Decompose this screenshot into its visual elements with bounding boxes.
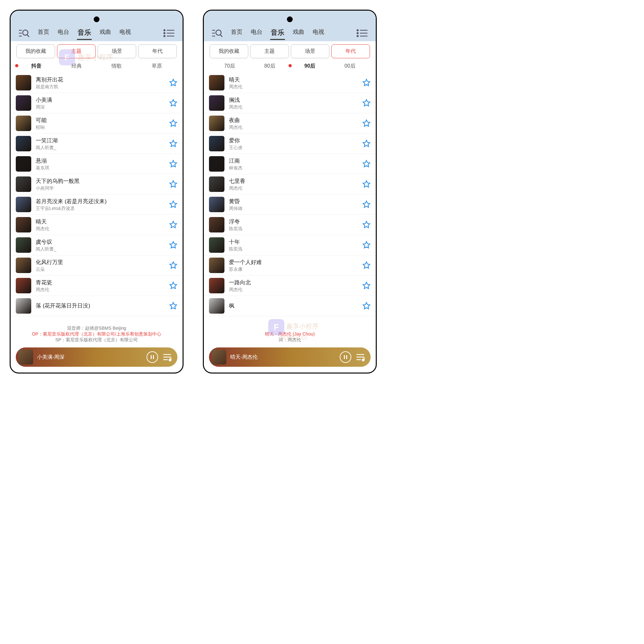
song-row[interactable]: 晴天周杰伦 — [11, 215, 183, 235]
favorite-star-icon[interactable] — [169, 99, 177, 107]
song-row[interactable]: 黄昏周传雄 — [204, 194, 376, 215]
song-row[interactable]: 悬溺葛东琪 — [11, 154, 183, 174]
favorite-star-icon[interactable] — [362, 241, 371, 249]
song-row[interactable]: 枫 — [204, 296, 376, 316]
pause-button[interactable] — [147, 351, 158, 363]
favorite-star-icon[interactable] — [362, 261, 371, 270]
favorite-star-icon[interactable] — [169, 79, 177, 87]
filter-scene[interactable]: 场景 — [291, 44, 329, 58]
song-row[interactable]: 青花瓷周杰伦 — [11, 276, 183, 296]
tab-opera[interactable]: 戏曲 — [292, 26, 305, 40]
favorite-star-icon[interactable] — [169, 160, 177, 168]
song-title: 落 (花开花落日升日没) — [36, 302, 169, 309]
tab-music[interactable]: 音乐 — [77, 26, 92, 40]
cat-douyin[interactable]: 抖音 — [16, 63, 57, 70]
credits: 混音师：赵靖@SBMS Beijing OP：索尼音乐版权代理（北京）有限公司/… — [11, 324, 183, 344]
favorite-star-icon[interactable] — [169, 119, 177, 128]
cat-80s[interactable]: 80后 — [250, 63, 290, 70]
search-icon[interactable] — [17, 27, 31, 39]
search-icon[interactable] — [210, 27, 224, 39]
cat-classic[interactable]: 经典 — [57, 63, 97, 70]
song-info: 小美满周深 — [36, 96, 169, 110]
nav-tabs: 首页 电台 音乐 戏曲 电视 — [230, 26, 354, 40]
song-row[interactable]: 化风行万里云朵 — [11, 255, 183, 276]
favorite-star-icon[interactable] — [169, 221, 177, 229]
player-bar[interactable]: 小美满-周深 — [16, 347, 177, 367]
filter-favorites[interactable]: 我的收藏 — [210, 44, 248, 58]
filter-scene[interactable]: 场景 — [98, 44, 136, 58]
cat-love[interactable]: 情歌 — [97, 63, 137, 70]
cat-00s[interactable]: 00后 — [330, 63, 370, 70]
song-thumbnail — [209, 75, 224, 90]
filter-theme[interactable]: 主题 — [250, 44, 289, 58]
favorite-star-icon[interactable] — [169, 241, 177, 249]
favorite-star-icon[interactable] — [362, 200, 371, 209]
player-thumbnail[interactable] — [18, 350, 33, 365]
favorite-star-icon[interactable] — [169, 302, 177, 310]
tab-tv[interactable]: 电视 — [312, 26, 325, 40]
song-row[interactable]: 落 (花开花落日升日没) — [11, 296, 183, 316]
player-bar[interactable]: 晴天-周杰伦 — [209, 347, 371, 367]
tab-home[interactable]: 首页 — [230, 26, 243, 40]
song-row[interactable]: 江南林俊杰 — [204, 154, 376, 174]
cat-grassland[interactable]: 草原 — [137, 63, 177, 70]
song-row[interactable]: 虞兮叹闻人听書_ — [11, 235, 183, 255]
song-row[interactable]: 若月亮没来 (若是月亮还没来)王宇宙Leto&乔浚丞 — [11, 194, 183, 215]
song-row[interactable]: 爱一个人好难苏永康 — [204, 255, 376, 276]
pause-button[interactable] — [340, 351, 351, 363]
favorite-star-icon[interactable] — [362, 221, 371, 229]
tab-radio[interactable]: 电台 — [250, 26, 263, 40]
song-row[interactable]: 十年陈奕迅 — [204, 235, 376, 255]
song-row[interactable]: 夜曲周杰伦 — [204, 113, 376, 134]
song-row[interactable]: 离别开出花就是南方凯 — [11, 73, 183, 93]
song-row[interactable]: 一笑江湖闻人听書_ — [11, 134, 183, 154]
song-row[interactable]: 天下的乌鸦一般黑小炎同学 — [11, 174, 183, 194]
queue-icon[interactable] — [162, 352, 172, 362]
favorite-star-icon[interactable] — [169, 180, 177, 188]
favorite-star-icon[interactable] — [362, 302, 371, 310]
menu-icon[interactable] — [162, 27, 176, 39]
cat-90s[interactable]: 90后 — [290, 63, 330, 70]
queue-icon[interactable] — [355, 352, 365, 362]
filter-theme[interactable]: 主题 — [57, 44, 96, 58]
filter-row: 我的收藏 主题 场景 年代 — [11, 41, 183, 60]
tab-home[interactable]: 首页 — [37, 26, 50, 40]
filter-favorites[interactable]: 我的收藏 — [16, 44, 55, 58]
favorite-star-icon[interactable] — [362, 79, 371, 87]
song-row[interactable]: 浮夸陈奕迅 — [204, 215, 376, 235]
song-row[interactable]: 七里香周杰伦 — [204, 174, 376, 194]
player-thumbnail[interactable] — [212, 350, 226, 365]
song-info: 爱一个人好难苏永康 — [229, 259, 362, 272]
favorite-star-icon[interactable] — [362, 281, 371, 290]
favorite-star-icon[interactable] — [362, 119, 371, 128]
song-title: 浮夸 — [229, 218, 362, 225]
tab-tv[interactable]: 电视 — [119, 26, 132, 40]
song-info: 江南林俊杰 — [229, 157, 362, 171]
favorite-star-icon[interactable] — [169, 200, 177, 209]
song-title: 枫 — [229, 302, 362, 309]
menu-icon[interactable] — [355, 27, 369, 39]
filter-era[interactable]: 年代 — [138, 44, 177, 58]
song-row[interactable]: 搁浅周杰伦 — [204, 93, 376, 113]
song-list[interactable]: 晴天周杰伦搁浅周杰伦夜曲周杰伦爱你王心凌江南林俊杰七里香周杰伦黄昏周传雄浮夸陈奕… — [204, 73, 376, 330]
song-info: 青花瓷周杰伦 — [36, 279, 169, 293]
favorite-star-icon[interactable] — [362, 99, 371, 107]
tab-opera[interactable]: 戏曲 — [99, 26, 112, 40]
favorite-star-icon[interactable] — [169, 281, 177, 290]
cat-70s[interactable]: 70后 — [210, 63, 250, 70]
song-list[interactable]: 离别开出花就是南方凯小美满周深可能程响一笑江湖闻人听書_悬溺葛东琪天下的乌鸦一般… — [11, 73, 183, 324]
favorite-star-icon[interactable] — [362, 180, 371, 188]
filter-era[interactable]: 年代 — [331, 44, 370, 58]
song-row[interactable]: 一路向北周杰伦 — [204, 276, 376, 296]
favorite-star-icon[interactable] — [362, 160, 371, 168]
tab-radio[interactable]: 电台 — [57, 26, 70, 40]
favorite-star-icon[interactable] — [362, 139, 371, 148]
favorite-star-icon[interactable] — [169, 261, 177, 270]
song-row[interactable]: 小美满周深 — [11, 93, 183, 113]
song-row[interactable]: 晴天周杰伦 — [204, 73, 376, 93]
favorite-star-icon[interactable] — [169, 139, 177, 148]
song-row[interactable]: 可能程响 — [11, 113, 183, 134]
tab-music[interactable]: 音乐 — [270, 26, 285, 40]
song-row[interactable]: 爱你王心凌 — [204, 134, 376, 154]
song-title: 七里香 — [229, 177, 362, 185]
